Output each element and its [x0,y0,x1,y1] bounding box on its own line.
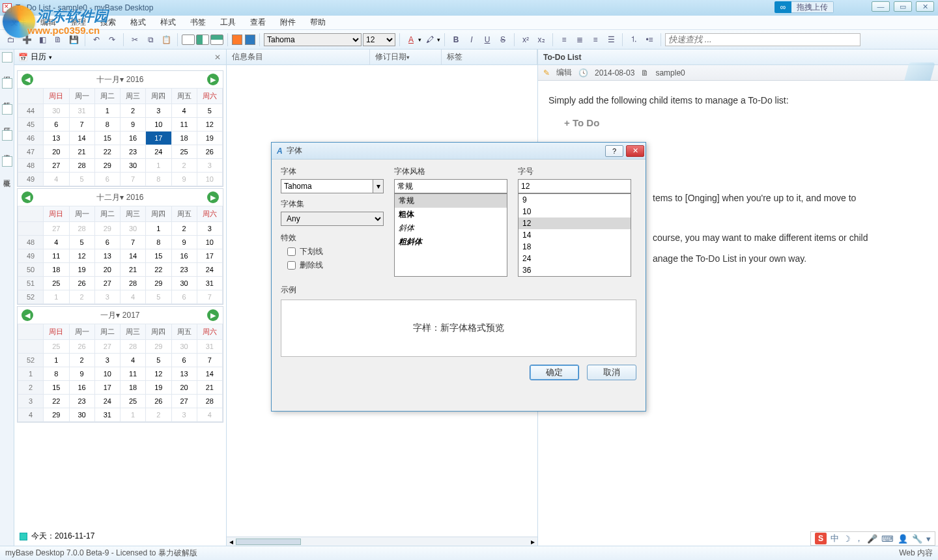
calendar-day[interactable]: 21 [69,145,94,159]
calendar-day[interactable]: 28 [197,395,222,408]
misc-icon[interactable]: ◧ [35,33,50,47]
col-date[interactable]: 修订日期 ▾ [370,49,442,64]
calendar-day[interactable]: 9 [121,118,146,132]
calendar-day[interactable]: 27 [94,340,120,354]
calendar-day[interactable]: 29 [146,340,171,354]
calendar-day[interactable]: 19 [69,263,94,277]
menu-样式[interactable]: 样式 [154,16,182,29]
sidetab-icon[interactable] [2,78,12,89]
font-color-icon[interactable]: A [404,33,418,47]
style-option[interactable]: 粗斜体 [395,235,507,249]
undo-icon[interactable]: ↶ [89,33,104,47]
sidetab-icon[interactable] [2,130,12,141]
save-icon[interactable]: 💾 [66,33,81,47]
color1-icon[interactable] [232,35,242,45]
ime-mic-icon[interactable]: 🎤 [867,534,877,544]
calendar-day[interactable]: 12 [69,249,94,263]
layout3-icon[interactable] [210,35,223,45]
doc-icon[interactable]: 🗎 [51,33,65,47]
calendar-day[interactable]: 13 [94,249,120,263]
calendar-day[interactable]: 6 [171,290,197,304]
highlight-icon[interactable]: 🖍 [423,33,437,47]
menu-查看[interactable]: 查看 [244,16,272,29]
calendar-day[interactable]: 18 [121,381,146,395]
calendar-day[interactable]: 30 [121,159,146,173]
today-bar[interactable]: 今天：2016-11-17 [14,527,226,546]
calendar-day[interactable]: 23 [121,145,146,159]
calendar-day[interactable]: 2 [69,354,94,367]
sidetab-概要[interactable]: 概要 [1,171,13,178]
calendar-day[interactable]: 31 [69,104,94,118]
calendar-day[interactable]: 30 [171,277,197,290]
calendar-day[interactable]: 11 [121,367,146,381]
menu-附件[interactable]: 附件 [274,16,302,29]
calendar-day[interactable]: 23 [69,395,94,408]
strike-icon[interactable]: S [496,33,510,47]
month-label[interactable]: 一月▾ 2017 [100,310,139,321]
calendar-day[interactable]: 4 [121,354,146,367]
calendar-day[interactable]: 4 [121,290,146,304]
calendar-day[interactable]: 17 [94,381,120,395]
style-option[interactable]: 斜体 [395,221,507,235]
paste-icon[interactable]: 📋 [159,33,173,47]
calendar-day[interactable]: 27 [44,222,69,236]
calendar-day[interactable]: 22 [146,263,171,277]
calendar-day[interactable]: 28 [121,277,146,290]
calendar-day[interactable]: 10 [197,236,222,249]
menu-格式[interactable]: 格式 [124,16,152,29]
close-pane-icon[interactable]: ✕ [213,53,222,62]
horizontal-scrollbar[interactable]: ◂▸ [227,537,537,546]
upload-tag[interactable]: ∞ 拖拽上传 [775,1,834,13]
calendar-day[interactable]: 10 [146,118,171,132]
sidetab-icon[interactable] [2,52,12,63]
calendar-day[interactable]: 22 [44,395,69,408]
align-justify-icon[interactable]: ☰ [604,33,618,47]
dialog-help-button[interactable]: ? [605,145,623,157]
month-label[interactable]: 十一月▾ 2016 [96,74,143,85]
calendar-day[interactable]: 28 [69,159,94,173]
list-num-icon[interactable]: ⒈ [627,33,641,47]
calendar-day[interactable]: 26 [69,340,94,354]
calendar-day[interactable]: 2 [171,222,197,236]
calendar-day[interactable]: 23 [171,263,197,277]
super-icon[interactable]: x² [519,33,533,47]
sidetab-icon[interactable] [2,104,12,115]
ime-comma-icon[interactable]: ， [855,533,863,544]
ime-person-icon[interactable]: 👤 [898,534,908,544]
font-set-select[interactable]: Any [281,212,384,226]
calendar-day[interactable]: 31 [94,408,120,422]
calendar-day[interactable]: 19 [197,132,222,145]
calendar-day[interactable]: 5 [146,290,171,304]
calendar-day[interactable]: 25 [121,395,146,408]
calendar-day[interactable]: 3 [197,222,222,236]
dialog-close-button[interactable]: ✕ [626,145,644,157]
ime-lang[interactable]: 中 [831,533,839,544]
calendar-day[interactable]: 2 [171,159,197,173]
minimize-button[interactable]: — [872,1,890,12]
calendar-day[interactable]: 5 [69,236,94,249]
calendar-day[interactable]: 4 [44,173,69,186]
calendar-day[interactable]: 8 [146,236,171,249]
calendar-day[interactable]: 27 [171,395,197,408]
calendar-day[interactable]: 11 [171,118,197,132]
ime-keyboard-icon[interactable]: ⌨ [881,534,894,544]
calendar-day[interactable]: 24 [94,395,120,408]
calendar-day[interactable]: 20 [94,263,120,277]
layout2-icon[interactable] [196,35,209,45]
calendar-day[interactable]: 31 [197,277,222,290]
align-left-icon[interactable]: ≡ [557,33,571,47]
layout1-icon[interactable] [182,35,195,45]
calendar-day[interactable]: 16 [121,132,146,145]
font-size-select[interactable]: 12 [363,33,395,46]
calendar-day[interactable]: 15 [44,381,69,395]
menu-文件[interactable]: 文件 [4,16,33,29]
calendar-day[interactable]: 1 [44,290,69,304]
style-option[interactable]: 粗体 [395,208,507,221]
sidetab-搜索[interactable]: 搜索 [1,145,13,152]
calendar-day[interactable]: 4 [197,408,222,422]
calendar-day[interactable]: 5 [69,173,94,186]
sidetab-标签[interactable]: 标签 [1,92,13,100]
maximize-button[interactable]: ▭ [894,1,912,12]
calendar-day[interactable]: 6 [94,236,120,249]
menu-书签[interactable]: 书签 [184,16,212,29]
